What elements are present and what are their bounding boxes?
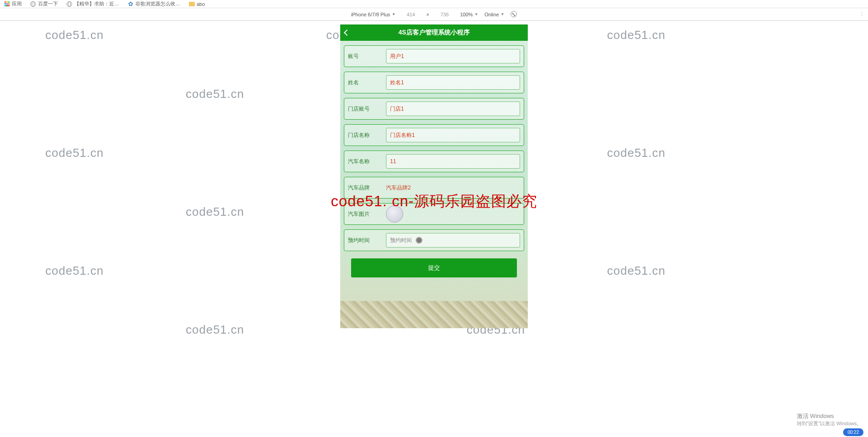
app-title: 4S店客户管理系统小程序	[398, 29, 469, 37]
back-icon[interactable]	[344, 29, 350, 36]
field-car-name: 汽车名称 11	[344, 151, 524, 172]
device-height[interactable]: 736	[435, 12, 453, 17]
paw-icon: ✿	[127, 1, 134, 7]
watermark-text: code51.cn	[186, 205, 244, 219]
bookmark-guge[interactable]: ✿ 谷歌浏览器怎么收…	[127, 0, 180, 7]
field-appoint-time: 预约时间 预约时间	[344, 229, 524, 251]
bookmark-baidu[interactable]: 百度一下	[30, 0, 58, 7]
bookmark-abo[interactable]: abo	[188, 1, 205, 7]
submit-button[interactable]: 提交	[351, 258, 517, 277]
devtools-device-toolbar: iPhone 6/7/8 Plus ▼ 414 × 736 100% ▼ Onl…	[0, 8, 868, 21]
device-select[interactable]: iPhone 6/7/8 Plus ▼	[351, 12, 395, 17]
field-car-image: 汽车图片	[344, 203, 524, 225]
folder-icon	[188, 1, 195, 7]
dropdown-icon: ▼	[475, 12, 478, 16]
bookmark-label: 谷歌浏览器怎么收…	[135, 0, 180, 7]
bookmark-label: 【精华】求助：近…	[74, 0, 119, 7]
avatar-thumbnail	[386, 205, 403, 223]
field-name: 姓名 姓名1	[344, 72, 524, 93]
zoom-value: 100%	[460, 12, 473, 17]
apps-grid-icon	[4, 1, 10, 7]
watermark-text: code51.cn	[186, 87, 244, 101]
car-image-upload[interactable]	[386, 207, 520, 221]
device-width[interactable]: 414	[402, 12, 420, 17]
field-store-name: 门店名称 门店名称1	[344, 124, 524, 146]
taskbar-clock: 00:22	[843, 428, 863, 436]
bookmarks-bar: 应用 百度一下 【精华】求助：近… ✿ 谷歌浏览器怎么收… abo	[0, 0, 868, 8]
app-header: 4S店客户管理系统小程序	[340, 24, 528, 41]
submit-label: 提交	[428, 264, 440, 272]
dropdown-icon: ▼	[392, 12, 395, 16]
globe-icon	[30, 1, 36, 7]
field-label: 账号	[348, 53, 386, 60]
field-label: 预约时间	[348, 237, 386, 244]
placeholder: 预约时间	[390, 237, 412, 244]
bookmark-label: 百度一下	[38, 0, 58, 7]
field-store-account: 门店账号 门店1	[344, 98, 524, 120]
field-label: 门店账号	[348, 105, 386, 113]
bookmark-jinghua[interactable]: 【精华】求助：近…	[66, 0, 119, 7]
device-name: iPhone 6/7/8 Plus	[351, 12, 390, 17]
loading-spinner-icon	[415, 237, 423, 244]
store-account-input[interactable]: 门店1	[386, 102, 520, 116]
watermark-text: code51.cn	[607, 146, 665, 160]
field-label: 姓名	[348, 79, 386, 87]
appoint-time-picker[interactable]: 预约时间	[386, 233, 520, 248]
rotate-icon[interactable]	[511, 11, 517, 18]
watermark-text: code51.cn	[186, 323, 244, 337]
bookmark-apps[interactable]: 应用	[4, 0, 22, 7]
field-account: 账号 用户1	[344, 45, 524, 67]
bookmark-label: 应用	[12, 0, 22, 7]
globe-icon	[66, 1, 72, 7]
field-label: 汽车图片	[348, 210, 386, 218]
dropdown-icon: ▼	[501, 12, 504, 16]
viewport-area: code51.cn code51.cn code51.cn code51.cn …	[0, 21, 868, 437]
field-label: 门店名称	[348, 131, 386, 139]
field-label: 汽车名称	[348, 158, 386, 165]
watermark-text: code51.cn	[607, 28, 665, 42]
account-input[interactable]: 用户1	[386, 49, 520, 63]
devtools-menu-icon[interactable]: ⋮	[859, 11, 864, 17]
background-texture	[340, 301, 528, 328]
watermark-text: code51.cn	[607, 264, 665, 278]
mobile-device-frame: 4S店客户管理系统小程序 账号 用户1 姓名 姓名1 门店账号 门店1 门店名称…	[340, 24, 528, 328]
car-name-input[interactable]: 11	[386, 154, 520, 169]
throttling-value: Online	[484, 12, 499, 17]
throttling-select[interactable]: Online ▼	[484, 12, 504, 17]
field-label: 汽车品牌	[348, 184, 386, 192]
field-car-brand: 汽车品牌 汽车品牌2	[344, 177, 524, 199]
watermark-text: code51.cn	[45, 146, 104, 160]
store-name-input[interactable]: 门店名称1	[386, 128, 520, 142]
watermark-text: code51.cn	[45, 28, 104, 42]
dimension-separator: ×	[426, 12, 429, 17]
name-input[interactable]: 姓名1	[386, 75, 520, 90]
watermark-text: code51.cn	[45, 264, 104, 278]
zoom-select[interactable]: 100% ▼	[460, 12, 478, 17]
bookmark-label: abo	[197, 1, 205, 7]
car-brand-select[interactable]: 汽车品牌2	[386, 180, 520, 195]
